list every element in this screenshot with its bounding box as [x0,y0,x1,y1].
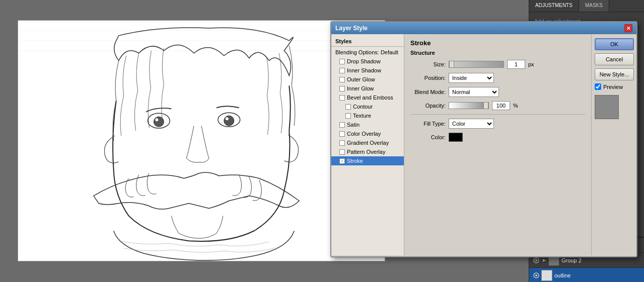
dialog-body: Styles Blending Options: Default Drop Sh… [331,34,636,255]
preview-checkbox[interactable] [595,83,601,90]
fill-type-row: Fill Type: Color Gradient Pattern [410,119,585,129]
svg-point-16 [535,274,537,276]
stroke-checkbox[interactable]: ✓ [339,158,345,164]
styles-list: Styles Blending Options: Default Drop Sh… [331,34,404,255]
divider [410,114,585,115]
style-item-satin[interactable]: Satin [331,120,404,129]
layer-thumbnail [541,270,552,281]
size-input[interactable] [507,60,525,69]
style-item-gradient-overlay[interactable]: Gradient Overlay [331,138,404,147]
texture-label: Texture [353,113,371,119]
outer-glow-label: Outer Glow [347,76,375,82]
style-item-bevel-emboss[interactable]: Bevel and Emboss [331,93,404,102]
contour-checkbox[interactable] [345,104,351,110]
fill-type-label: Fill Type: [410,121,446,127]
gradient-overlay-checkbox[interactable] [339,140,345,146]
opacity-slider[interactable] [449,102,489,109]
blending-label: Blending Options: Default [335,49,398,55]
color-overlay-label: Color Overlay [347,131,381,137]
inner-shadow-label: Inner Shadow [347,67,381,73]
color-label: Color: [410,134,446,140]
svg-point-8 [224,116,234,126]
satin-checkbox[interactable] [339,122,345,128]
svg-point-13 [535,259,537,261]
dialog-buttons: OK Cancel New Style... Preview [591,34,636,255]
layer-name: Group 2 [561,257,582,263]
satin-label: Satin [347,122,360,128]
opacity-input[interactable] [492,101,510,110]
blend-mode-label: Blend Mode: [410,89,446,95]
ok-button[interactable]: OK [595,38,634,50]
dialog-titlebar: Layer Style ✕ [331,22,636,34]
inner-glow-checkbox[interactable] [339,86,345,91]
stroke-section-title: Stroke [410,39,585,47]
layer-style-dialog: Layer Style ✕ Styles Blending Options: D… [330,21,637,257]
tab-masks[interactable]: MASKS [579,0,609,12]
opacity-row: Opacity: % [410,101,585,110]
contour-label: Contour [353,104,373,110]
bevel-emboss-label: Bevel and Emboss [347,95,393,101]
preview-label: Preview [603,84,623,90]
style-item-blending[interactable]: Blending Options: Default [331,48,404,57]
texture-checkbox[interactable] [345,113,351,119]
size-row: Size: px [410,60,585,69]
style-item-color-overlay[interactable]: Color Overlay [331,129,404,138]
style-item-texture[interactable]: Texture [331,111,404,120]
bevel-emboss-checkbox[interactable] [339,95,345,101]
position-select[interactable]: Inside Outside Center [449,73,494,83]
svg-point-9 [226,117,229,120]
svg-point-6 [155,118,158,121]
pattern-overlay-checkbox[interactable] [339,149,345,155]
inner-glow-label: Inner Glow [347,85,374,91]
style-item-pattern-overlay[interactable]: Pattern Overlay [331,147,404,156]
svg-rect-0 [19,21,385,261]
dialog-close-button[interactable]: ✕ [624,24,632,32]
style-item-contour[interactable]: Contour [331,102,404,111]
fill-type-select[interactable]: Color Gradient Pattern [449,119,494,129]
tab-adjustments[interactable]: ADJUSTMENTS [529,0,579,12]
position-row: Position: Inside Outside Center [410,73,585,83]
new-style-button[interactable]: New Style... [595,68,634,80]
drop-shadow-label: Drop Shadow [347,58,381,64]
color-swatch[interactable] [449,133,463,142]
blend-mode-row: Blend Mode: Normal Dissolve Multiply Scr… [410,87,585,97]
color-row: Color: [410,133,585,142]
style-item-inner-glow[interactable]: Inner Glow [331,84,404,93]
preview-thumbnail [595,95,619,119]
cancel-button[interactable]: Cancel [595,53,634,65]
gradient-overlay-label: Gradient Overlay [347,140,389,146]
stroke-content: Stroke Structure Size: px Position: Insi… [404,34,591,255]
style-item-inner-shadow[interactable]: Inner Shadow [331,66,404,75]
svg-point-5 [154,117,164,127]
panel-tabs: ADJUSTMENTS MASKS [529,0,644,12]
group-fold-icon [541,257,547,263]
drop-shadow-checkbox[interactable] [339,59,345,64]
position-label: Position: [410,75,446,81]
dialog-title: Layer Style [335,25,368,32]
styles-list-header: Styles [331,36,404,47]
color-overlay-checkbox[interactable] [339,131,345,137]
style-item-stroke[interactable]: ✓ Stroke [331,156,404,165]
layer-row-selected[interactable]: outline [529,268,644,282]
opacity-unit: % [513,103,518,109]
stroke-label: Stroke [347,158,363,164]
structure-section-title: Structure [410,50,585,56]
layer-name-outline: outline [554,272,570,278]
outer-glow-checkbox[interactable] [339,77,345,82]
size-slider[interactable] [449,61,504,68]
style-item-drop-shadow[interactable]: Drop Shadow [331,57,404,66]
pattern-overlay-label: Pattern Overlay [347,149,385,155]
size-unit: px [528,61,534,67]
opacity-label: Opacity: [410,103,446,109]
svg-marker-14 [543,259,546,262]
visibility-icon[interactable] [532,271,540,279]
style-item-outer-glow[interactable]: Outer Glow [331,75,404,84]
blend-mode-select[interactable]: Normal Dissolve Multiply Screen [449,87,499,97]
inner-shadow-checkbox[interactable] [339,68,345,73]
preview-row: Preview [595,83,633,90]
size-label: Size: [410,61,446,67]
